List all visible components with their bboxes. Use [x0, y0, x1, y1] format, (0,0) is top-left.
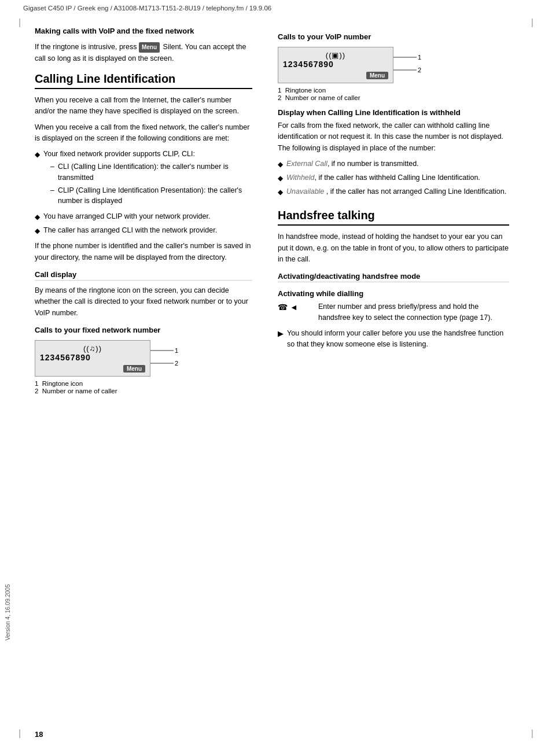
fixed-network-display-wrapper: ((♫)) 1234567890 Menu 1 2	[35, 340, 174, 377]
list-item: ◆ External Call, if no number is transmi…	[278, 158, 509, 169]
withheld-para: For calls from the fixed network, the ca…	[278, 120, 509, 154]
dash-icon: –	[50, 161, 54, 172]
annotation-item: 2 Number or name of caller	[278, 94, 509, 101]
page-header: Gigaset C450 IP / Greek eng / A31008-M17…	[0, 0, 552, 14]
menu-bar-voip: Menu	[283, 71, 388, 79]
sidebar-version: Version 4, 16.09.2005	[5, 584, 11, 640]
fixed-network-calls-title: Calls to your fixed network number	[35, 326, 252, 334]
handsfree-icon-row: ☎ ◄ Enter number and press briefly/press…	[278, 301, 509, 323]
call-display-title: Call display	[35, 270, 252, 281]
diamond-icon: ◆	[35, 212, 40, 222]
diamond-icon: ◆	[35, 149, 40, 160]
list-item: ◆ Unavailable , if the caller has not ar…	[278, 186, 509, 197]
list-item: – CLIP (Calling Line Identification Pres…	[50, 185, 252, 207]
dash-icon: –	[50, 185, 54, 196]
handsfree-icon: ◄	[290, 301, 298, 314]
arrow-bullet-text: You should inform your caller before you…	[287, 328, 509, 350]
cli-para2: When you receive a call from the fixed n…	[35, 122, 252, 145]
handsfree-title: Handsfree talking	[278, 209, 509, 226]
activating-while-title: Activating while dialling	[278, 289, 509, 298]
phone-display-fixed: ((♫)) 1234567890 Menu	[35, 340, 150, 377]
cli-bullets: ◆ Your fixed network provider supports C…	[35, 149, 252, 236]
ringtone-icon-fixed: ((♫))	[40, 344, 145, 353]
fixed-annotation-list: 1 Ringtone icon 2 Number or name of call…	[35, 380, 252, 394]
arrow-icon: ▶	[278, 328, 284, 340]
list-item: ◆ Withheld, if the caller has withheld C…	[278, 172, 509, 183]
annotation-item: 1 Ringtone icon	[35, 380, 252, 387]
list-item: ◆ You have arranged CLIP with your netwo…	[35, 211, 252, 222]
handsfree-para: In handsfree mode, instead of holding th…	[278, 231, 509, 265]
intro-paragraph: If the ringtone is intrusive, press Menu…	[35, 42, 252, 64]
annotation-lines-fixed: 1 2	[150, 344, 179, 378]
making-calls-title: Making calls with VoIP and the fixed net…	[35, 25, 252, 37]
diamond-icon: ◆	[278, 159, 283, 169]
cli-para3: If the phone number is identified and th…	[35, 241, 252, 263]
annotation-lines-voip: 1 2	[393, 50, 422, 85]
icon-row-text: Enter number and press briefly/press and…	[318, 301, 509, 323]
handsfree-icons: ☎ ◄	[278, 301, 318, 314]
cli-para1: When you receive a call from the Interne…	[35, 95, 252, 117]
voip-annotation-list: 1 Ringtone icon 2 Number or name of call…	[278, 87, 509, 101]
call-display-para: By means of the ringtone icon on the scr…	[35, 285, 252, 319]
page-number: 18	[35, 730, 43, 739]
list-item: – CLI (Calling Line Identification): the…	[50, 161, 252, 183]
diamond-icon: ◆	[278, 173, 283, 183]
activating-title: Activating/deactivating handsfree mode	[278, 272, 509, 282]
annotation-item: 1 Ringtone icon	[278, 87, 509, 94]
annotation-item: 2 Number or name of caller	[35, 388, 252, 394]
calling-line-title: Calling Line Identification	[35, 72, 252, 89]
svg-text:2: 2	[418, 67, 421, 73]
withheld-title: Display when Calling Line Identification…	[278, 108, 509, 117]
ringtone-icon-voip: ((▣))	[283, 51, 388, 60]
voip-display-wrapper: ((▣)) 1234567890 Menu 1 2	[278, 47, 417, 83]
menu-bar-fixed: Menu	[40, 364, 145, 373]
right-column: Calls to your VoIP number ((▣)) 12345678…	[266, 14, 532, 410]
diamond-icon: ◆	[35, 226, 40, 236]
svg-text:1: 1	[418, 54, 421, 61]
svg-text:1: 1	[175, 347, 178, 354]
corner-mark-bl: |	[19, 728, 21, 739]
caller-number-fixed: 1234567890	[40, 353, 145, 362]
menu-button-fixed: Menu	[123, 365, 145, 373]
withheld-bullets: ◆ External Call, if no number is transmi…	[278, 158, 509, 197]
page-content: Making calls with VoIP and the fixed net…	[0, 14, 552, 410]
sub-bullets: – CLI (Calling Line Identification): the…	[43, 161, 252, 206]
voip-calls-title: Calls to your VoIP number	[278, 32, 509, 41]
svg-text:2: 2	[175, 360, 178, 367]
list-item: ◆ The caller has arranged CLI with the n…	[35, 225, 252, 236]
caller-number-voip: 1234567890	[283, 60, 388, 69]
menu-button-voip: Menu	[366, 72, 388, 79]
header-text: Gigaset C450 IP / Greek eng / A31008-M17…	[23, 5, 271, 12]
phone-icon: ☎	[278, 301, 288, 314]
arrow-bullet-item: ▶ You should inform your caller before y…	[278, 328, 509, 350]
list-item: ◆ Your fixed network provider supports C…	[35, 149, 252, 208]
corner-mark-br: |	[531, 728, 533, 739]
menu-pill: Menu	[139, 42, 160, 53]
left-column: Making calls with VoIP and the fixed net…	[0, 14, 266, 410]
diamond-icon: ◆	[278, 187, 283, 197]
phone-display-voip: ((▣)) 1234567890 Menu	[278, 47, 393, 83]
